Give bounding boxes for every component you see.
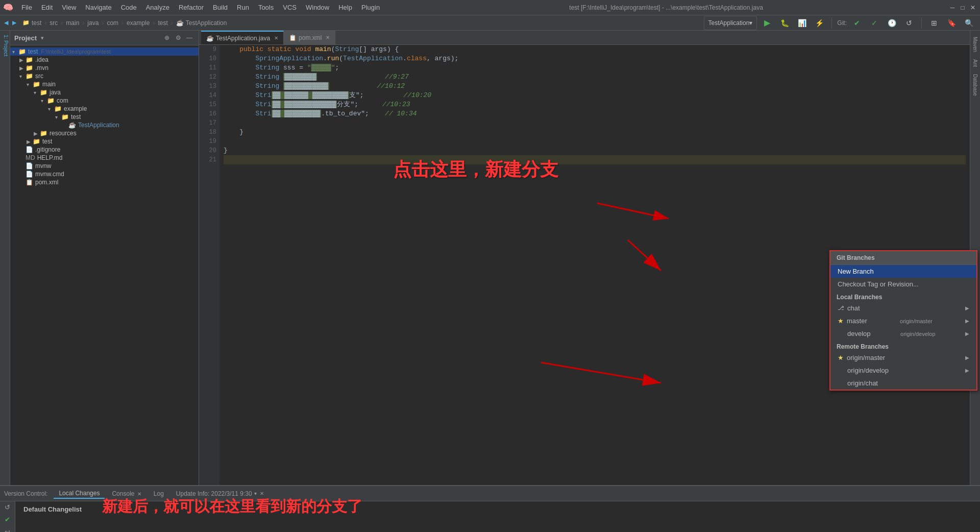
- menu-vcs[interactable]: VCS: [279, 3, 301, 12]
- run-button[interactable]: ▶: [760, 16, 774, 30]
- bottom-area: Version Control: Local Changes Console ✕…: [0, 485, 980, 532]
- breadcrumb-java[interactable]: java: [87, 19, 99, 27]
- new-branch-label: New Branch: [838, 268, 874, 275]
- tab-update-info[interactable]: Update Info: 2022/3/11 9:30 ▾ ✕: [171, 489, 269, 498]
- git-checkmark[interactable]: ✔: [850, 16, 864, 30]
- remote-branch-develop[interactable]: ⎇ origin/develop: [830, 364, 976, 377]
- tab-close-btn2[interactable]: ✕: [326, 35, 330, 40]
- menu-navigate[interactable]: Navigate: [81, 3, 115, 12]
- menu-plugin[interactable]: Plugin: [357, 3, 384, 12]
- menu-tools[interactable]: Tools: [254, 3, 278, 12]
- menu-view[interactable]: View: [58, 3, 80, 12]
- panel-header-buttons: ⊕ ⚙ —: [162, 33, 194, 43]
- remote-branches-section: Remote Branches: [830, 340, 976, 351]
- new-branch-btn[interactable]: New Branch: [830, 265, 976, 278]
- menu-code[interactable]: Code: [117, 3, 141, 12]
- tree-src[interactable]: ▾ 📁 src: [10, 72, 199, 80]
- update-close[interactable]: ✕: [260, 491, 264, 496]
- git-refresh[interactable]: ↺: [902, 16, 916, 30]
- tree-example[interactable]: ▾ 📁 example: [10, 105, 199, 113]
- tree-main[interactable]: ▾ 📁 main: [10, 80, 199, 88]
- code-line-15: Stri▓▓ ▓▓▓▓▓▓▓▓▓▓▓▓▓分支"; //10:23: [224, 100, 966, 109]
- menu-build[interactable]: Build: [209, 3, 232, 12]
- branch-chat[interactable]: ⎇ chat: [830, 302, 976, 315]
- panel-locate-btn[interactable]: ⊕: [162, 33, 172, 43]
- remote-master-label: origin/master: [847, 354, 885, 361]
- debug-button[interactable]: 🐛: [777, 16, 792, 30]
- tab-console[interactable]: Console ✕: [107, 489, 146, 498]
- maximize-button[interactable]: □: [959, 4, 967, 12]
- branch-master-secondary: origin/master: [900, 318, 933, 324]
- tree-helpmd[interactable]: ▶ MD HELP.md: [10, 154, 199, 162]
- vc-sidebar-buttons: ↺ ✔ ↩ → ≡: [0, 501, 15, 532]
- menu-window[interactable]: Window: [302, 3, 333, 12]
- vc-check-btn[interactable]: ✔: [3, 516, 13, 526]
- tree-mvnwcmd[interactable]: ▶ 📄 mvnw.cmd: [10, 170, 199, 178]
- tree-gitignore[interactable]: ▶ 📄 .gitignore: [10, 146, 199, 154]
- breadcrumb-com[interactable]: com: [107, 19, 118, 27]
- code-line-17: [224, 118, 966, 128]
- layout-button[interactable]: ⊞: [927, 16, 941, 30]
- tree-testdir[interactable]: ▶ 📁 test: [10, 137, 199, 146]
- breadcrumb-main[interactable]: main: [66, 19, 79, 27]
- sidebar-ant[interactable]: Ant: [971, 57, 979, 69]
- vc-refresh-btn[interactable]: ↺: [3, 503, 13, 514]
- panel-collapse-btn[interactable]: —: [184, 33, 194, 43]
- branch-master[interactable]: ★ master origin/master: [830, 315, 976, 327]
- breadcrumb-testpkg[interactable]: test: [158, 19, 167, 27]
- tree-com[interactable]: ▾ 📁 com: [10, 96, 199, 105]
- vc-content: ↺ ✔ ↩ → ≡ Default Changelist: [0, 501, 980, 532]
- profile-button[interactable]: ⚡: [812, 16, 826, 30]
- breadcrumb-src[interactable]: src: [50, 19, 58, 27]
- tab-log[interactable]: Log: [149, 489, 169, 498]
- window-controls: ─ □ ✕: [948, 4, 977, 12]
- minimize-button[interactable]: ─: [948, 4, 957, 12]
- menu-file[interactable]: File: [17, 3, 36, 12]
- remote-branch-master[interactable]: ★ origin/master: [830, 351, 976, 364]
- tree-java[interactable]: ▾ 📁 java: [10, 88, 199, 96]
- tree-pomxml[interactable]: ▶ 📋 pom.xml: [10, 178, 199, 186]
- breadcrumb-example[interactable]: example: [127, 19, 150, 27]
- sidebar-database[interactable]: Database: [971, 72, 979, 98]
- git-branches-dropdown: Git Branches New Branch Checkout Tag or …: [829, 250, 977, 391]
- code-line-12: String ▓▓▓▓▓▓▓▓ //9:27: [224, 72, 966, 82]
- console-close[interactable]: ✕: [137, 491, 141, 497]
- sidebar-maven[interactable]: Maven: [971, 35, 979, 54]
- tree-root[interactable]: ▾ 📁 test F:\IntelliJ_Idea\program\test: [10, 47, 199, 56]
- code-line-20: }: [224, 146, 966, 155]
- menu-analyze[interactable]: Analyze: [142, 3, 174, 12]
- panel-project-icon[interactable]: 1: Project: [0, 33, 10, 58]
- menu-edit[interactable]: Edit: [37, 3, 57, 12]
- tab-pomxml[interactable]: 📋 pom.xml ✕: [284, 31, 335, 44]
- menu-refactor[interactable]: Refactor: [175, 3, 208, 12]
- search-button[interactable]: 🔍: [962, 16, 976, 30]
- branch-develop-label: develop: [847, 330, 871, 337]
- git-clock[interactable]: 🕐: [885, 16, 899, 30]
- tree-testpkg[interactable]: ▾ 📁 test: [10, 113, 199, 121]
- tree-mvnw[interactable]: ▶ 📄 mvnw: [10, 162, 199, 170]
- bookmark-button[interactable]: 🔖: [944, 16, 959, 30]
- tree-testapp[interactable]: ▶ ☕ TestApplication: [10, 121, 199, 129]
- git-tick[interactable]: ✓: [867, 16, 881, 30]
- close-button[interactable]: ✕: [969, 4, 977, 12]
- remote-branch-chat[interactable]: ⎇ origin/chat: [830, 377, 976, 390]
- tab-label2: pom.xml: [299, 34, 322, 41]
- default-changelist-label: Default Changelist: [23, 505, 972, 513]
- code-line-18: }: [224, 128, 966, 137]
- branch-develop[interactable]: ⎇ develop origin/develop: [830, 327, 976, 340]
- tab-testapplication[interactable]: ☕ TestApplication.java ✕: [201, 31, 284, 44]
- menu-help[interactable]: Help: [334, 3, 356, 12]
- tab-close-btn[interactable]: ✕: [274, 35, 278, 41]
- tree-mvn[interactable]: ▶ 📁 .mvn: [10, 64, 199, 72]
- panel-settings-btn[interactable]: ⚙: [173, 33, 183, 43]
- checkout-tag-btn[interactable]: Checkout Tag or Revision...: [830, 278, 976, 291]
- coverage-button[interactable]: 📊: [795, 16, 809, 30]
- tree-idea[interactable]: ▶ 📁 .idea: [10, 56, 199, 64]
- tab-local-changes[interactable]: Local Changes: [54, 489, 105, 499]
- menu-run[interactable]: Run: [233, 3, 253, 12]
- breadcrumb-test[interactable]: test: [32, 19, 41, 27]
- run-config-btn[interactable]: TestApplication ▾: [704, 16, 757, 30]
- vc-undo-btn[interactable]: ↩: [3, 528, 13, 532]
- tree-resources[interactable]: ▶ 📁 resources: [10, 129, 199, 137]
- breadcrumb-class[interactable]: TestApplication: [186, 19, 227, 27]
